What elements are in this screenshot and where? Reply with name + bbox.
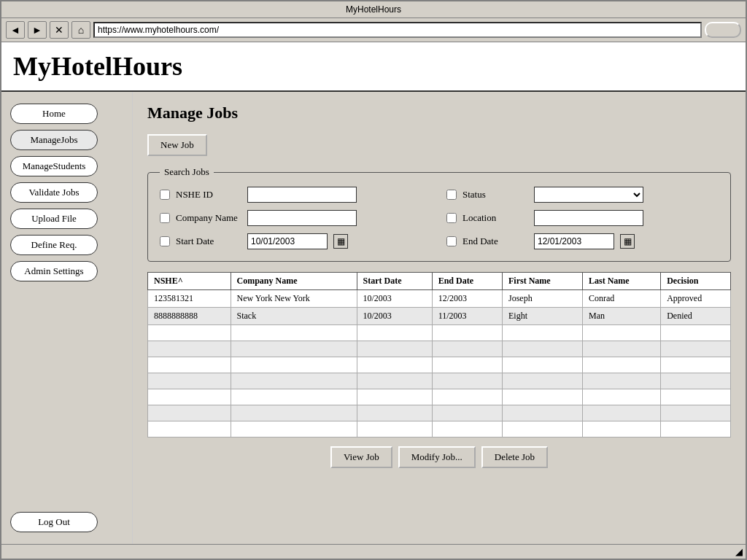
start-date-checkbox[interactable] (160, 236, 170, 246)
table-row-empty (148, 341, 731, 357)
start-date-calendar-icon[interactable]: ▦ (333, 234, 348, 249)
nshe-id-row: NSHE ID (160, 187, 432, 203)
back-button[interactable]: ◄ (6, 21, 25, 39)
sidebar-item-manage-students[interactable]: ManageStudents (10, 156, 98, 176)
jobs-table: NSHE^ Company Name Start Date End Date F… (147, 272, 731, 438)
browser-search-button[interactable] (705, 22, 741, 38)
end-date-calendar-icon[interactable]: ▦ (620, 234, 635, 249)
status-select[interactable]: Approved Denied Pending (534, 187, 643, 203)
cell-decision: Approved (661, 290, 731, 308)
status-bar: ◢ (1, 544, 746, 559)
status-label: Status (462, 189, 528, 201)
sidebar-item-validate-jobs[interactable]: Validate Jobs (10, 182, 98, 203)
nshe-id-label: NSHE ID (176, 189, 241, 201)
sidebar-item-define-req[interactable]: Define Req. (10, 235, 98, 255)
cell-end: 11/2003 (432, 308, 502, 325)
table-row[interactable]: 123581321 New York New York 10/2003 12/2… (148, 290, 731, 308)
table-row-empty (148, 421, 731, 438)
status-checkbox[interactable] (446, 190, 457, 200)
title-bar: MyHotelHours (1, 1, 746, 18)
browser-window: MyHotelHours ◄ ► ✕ ⌂ MyHotelHours Home M… (0, 0, 747, 560)
search-legend: Search Jobs (160, 166, 214, 178)
location-input[interactable] (534, 210, 643, 226)
start-date-label: Start Date (176, 236, 241, 247)
delete-job-button[interactable]: Delete Job (481, 446, 548, 468)
sidebar-item-admin-settings[interactable]: Admin Settings (10, 261, 98, 281)
main-content: Manage Jobs New Job Search Jobs NSHE ID (133, 92, 746, 544)
cell-start: 10/2003 (357, 290, 432, 308)
modify-job-button[interactable]: Modify Job... (398, 446, 476, 468)
sidebar-spacer (10, 289, 123, 505)
table-row-empty (148, 357, 731, 373)
company-name-label: Company Name (176, 212, 241, 224)
cell-company: New York New York (231, 290, 357, 308)
sidebar-nav: Home ManageJobs ManageStudents Validate … (10, 104, 123, 281)
end-date-input[interactable] (534, 233, 614, 249)
location-row: Location (446, 210, 719, 226)
table-row[interactable]: 8888888888 Stack 10/2003 11/2003 Eight M… (148, 308, 731, 325)
forward-button[interactable]: ► (28, 21, 47, 39)
location-checkbox[interactable] (446, 213, 457, 223)
col-nshe: NSHE^ (148, 273, 231, 290)
col-first-name: First Name (502, 273, 582, 290)
col-decision: Decision (661, 273, 731, 290)
end-date-row: End Date ▦ (446, 233, 719, 249)
resize-handle: ◢ (735, 546, 743, 557)
action-buttons: View Job Modify Job... Delete Job (147, 446, 731, 468)
end-date-label: End Date (462, 236, 528, 247)
sidebar: Home ManageJobs ManageStudents Validate … (1, 92, 133, 544)
end-date-checkbox[interactable] (446, 236, 457, 246)
toolbar: ◄ ► ✕ ⌂ (1, 18, 746, 42)
company-name-input[interactable] (247, 210, 357, 226)
col-company: Company Name (231, 273, 357, 290)
close-button[interactable]: ✕ (50, 21, 69, 39)
address-bar[interactable] (93, 22, 702, 38)
cell-nshe: 8888888888 (148, 308, 231, 325)
company-name-row: Company Name (160, 210, 432, 226)
browser-title: MyHotelHours (346, 4, 401, 15)
company-name-checkbox[interactable] (160, 213, 170, 223)
location-label: Location (462, 212, 528, 224)
new-job-button[interactable]: New Job (147, 134, 207, 156)
header-bar: MyHotelHours (1, 42, 746, 92)
cell-end: 12/2003 (432, 290, 502, 308)
cell-last: Man (583, 308, 661, 325)
col-last-name: Last Name (583, 273, 661, 290)
cell-last: Conrad (583, 290, 661, 308)
table-row-empty (148, 325, 731, 341)
nshe-id-checkbox[interactable] (160, 190, 170, 200)
table-row-empty (148, 389, 731, 405)
cell-first: Eight (502, 308, 582, 325)
table-row-empty (148, 405, 731, 421)
col-end-date: End Date (432, 273, 502, 290)
cell-decision: Denied (661, 308, 731, 325)
start-date-row: Start Date ▦ (160, 233, 432, 249)
home-button[interactable]: ⌂ (71, 21, 90, 39)
main-wrapper: MyHotelHours Home ManageJobs ManageStude… (1, 42, 746, 544)
col-start-date: Start Date (357, 273, 432, 290)
page-title: Manage Jobs (147, 104, 731, 122)
body-area: Home ManageJobs ManageStudents Validate … (1, 92, 746, 544)
cell-nshe: 123581321 (148, 290, 231, 308)
table-row-empty (148, 373, 731, 389)
sidebar-item-upload-file[interactable]: Upload File (10, 209, 98, 229)
site-title: MyHotelHours (13, 52, 182, 81)
search-grid: NSHE ID Status Approved Denied Pending (160, 187, 719, 249)
sidebar-item-manage-jobs[interactable]: ManageJobs (10, 130, 98, 150)
status-row: Status Approved Denied Pending (446, 187, 719, 203)
sidebar-item-home[interactable]: Home (10, 104, 98, 124)
cell-first: Joseph (502, 290, 582, 308)
logout-button[interactable]: Log Out (10, 512, 98, 532)
start-date-input[interactable] (247, 233, 328, 249)
nshe-id-input[interactable] (247, 187, 357, 203)
search-fieldset: Search Jobs NSHE ID Status (147, 166, 731, 262)
cell-start: 10/2003 (357, 308, 432, 325)
cell-company: Stack (231, 308, 357, 325)
view-job-button[interactable]: View Job (330, 446, 392, 468)
